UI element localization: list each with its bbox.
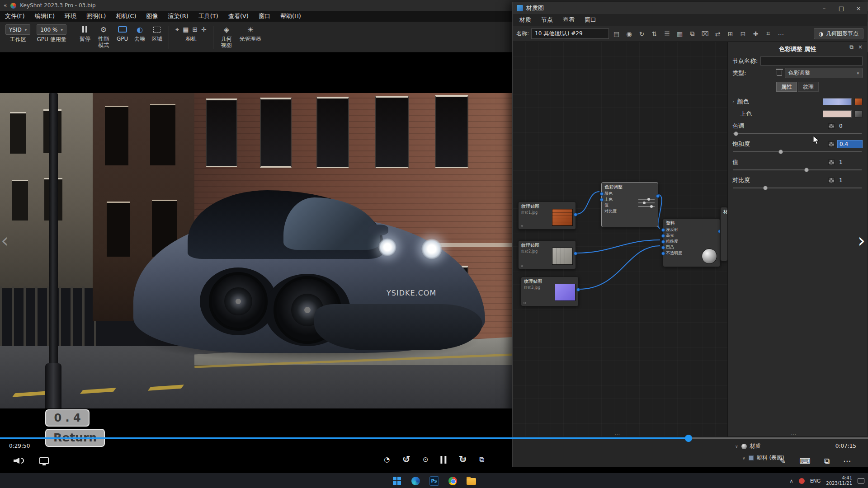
- swap-icon[interactable]: ⇄: [712, 28, 723, 39]
- screenshot-icon[interactable]: ⊙: [423, 455, 429, 464]
- start-button[interactable]: [392, 475, 402, 486]
- next-chevron-icon[interactable]: ›: [858, 231, 865, 250]
- plastic-material-node[interactable]: 塑料 漫反射 高光 粗糙度 凹凸 不透明度: [663, 218, 720, 267]
- input-port[interactable]: [661, 252, 665, 255]
- tab-texture[interactable]: 纹理: [798, 82, 819, 92]
- menu-tools[interactable]: 工具(T): [193, 11, 223, 22]
- hue-value[interactable]: 0: [837, 123, 863, 129]
- splitter-handle[interactable]: ⋯: [791, 432, 797, 438]
- input-port[interactable]: [600, 192, 604, 196]
- player-back-icon[interactable]: «: [4, 2, 7, 9]
- minimize-button[interactable]: –: [816, 2, 833, 14]
- display-mode-button[interactable]: [39, 457, 49, 464]
- material-preview-icon[interactable]: ◉: [624, 28, 634, 39]
- tree-item-material[interactable]: ∨ 材质: [735, 442, 761, 450]
- menu-environment[interactable]: 环境: [60, 11, 81, 22]
- hue-texture-toggle-icon[interactable]: [828, 123, 835, 129]
- denoise-button[interactable]: ◐ 去噪: [134, 24, 145, 42]
- language-indicator[interactable]: ENG: [810, 478, 821, 484]
- node-type-select[interactable]: 色彩调整 ▾: [785, 68, 863, 78]
- timeline-handle[interactable]: [685, 435, 692, 442]
- list-icon[interactable]: ☰: [662, 28, 672, 39]
- contrast-value[interactable]: 1: [837, 177, 863, 183]
- group-icon[interactable]: ⊞: [725, 28, 736, 39]
- value-texture-toggle-icon[interactable]: [828, 160, 835, 165]
- ungroup-icon[interactable]: ⊟: [738, 28, 748, 39]
- detach-panel-icon[interactable]: ⧉: [849, 44, 854, 50]
- material-root-node[interactable]: 材质: [720, 207, 728, 261]
- duplicate-icon[interactable]: ⧉: [687, 28, 698, 39]
- pip-window-icon[interactable]: ⧉: [824, 456, 830, 465]
- tint-swatch[interactable]: [823, 110, 852, 117]
- save-icon[interactable]: ▤: [611, 28, 622, 39]
- gpu-usage-selector[interactable]: 100 %▾ GPU 使用量: [37, 24, 66, 43]
- menu-camera[interactable]: 相机(C): [111, 11, 141, 22]
- tint-texture-slot[interactable]: [854, 110, 863, 117]
- sort-icon[interactable]: ⇅: [649, 28, 660, 39]
- video-timeline[interactable]: [0, 437, 868, 439]
- menu-lighting[interactable]: 照明(L): [81, 11, 111, 22]
- previous-chevron-icon[interactable]: ‹: [1, 231, 9, 250]
- contrast-texture-toggle-icon[interactable]: [828, 178, 835, 183]
- camera-target-icon[interactable]: ⌖: [175, 26, 179, 33]
- add-node-icon[interactable]: ✚: [750, 28, 761, 39]
- camera-grid-icon[interactable]: ▦: [183, 26, 189, 33]
- menu-file[interactable]: 文件(F): [0, 11, 30, 22]
- saturation-value-input[interactable]: 0.4: [837, 140, 863, 148]
- output-port[interactable]: [576, 288, 580, 291]
- gpu-mode-button[interactable]: GPU: [117, 24, 128, 42]
- tree-caret-icon[interactable]: ∨: [735, 444, 738, 449]
- output-port[interactable]: [656, 194, 660, 198]
- notification-icon[interactable]: [858, 478, 864, 483]
- tray-expand-icon[interactable]: ∧: [790, 478, 793, 484]
- geometry-nodes-button[interactable]: ◑ 几何图形节点: [814, 28, 863, 39]
- mg-menu-node[interactable]: 节点: [536, 16, 558, 24]
- delete-node-icon[interactable]: [777, 70, 782, 76]
- file-explorer-button[interactable]: [466, 475, 476, 486]
- saturation-slider[interactable]: [733, 149, 862, 155]
- volume-button[interactable]: [14, 458, 24, 464]
- camera-split-icon[interactable]: ⊞: [192, 26, 198, 33]
- grid-icon[interactable]: ▦: [675, 28, 685, 39]
- forward-30-button[interactable]: ↻ 30: [458, 455, 467, 465]
- color-texture-slot[interactable]: [854, 98, 863, 105]
- tree-caret-icon[interactable]: ∨: [742, 456, 745, 460]
- geometry-view-button[interactable]: ◈ 几何视图: [220, 24, 233, 49]
- tray-clock[interactable]: 4:41 2023/11/21: [826, 475, 852, 487]
- texture-map-node-1[interactable]: 纹理贴图 红砖1.jpg: [518, 202, 576, 230]
- input-port[interactable]: [600, 198, 604, 202]
- refresh-icon[interactable]: ↻: [637, 28, 647, 39]
- photoshop-button[interactable]: Ps: [429, 475, 439, 486]
- delete-icon[interactable]: ⌧: [700, 28, 710, 39]
- texture-map-node-2[interactable]: 纹理贴图 红砖2.jpg: [518, 240, 576, 269]
- chevron-right-icon[interactable]: ›: [732, 99, 734, 104]
- input-port[interactable]: [661, 228, 665, 232]
- value-slider[interactable]: [733, 167, 862, 173]
- texture-map-node-3[interactable]: 纹理贴图 红砖3.jpg: [521, 277, 579, 306]
- saturation-texture-toggle-icon[interactable]: [828, 141, 835, 147]
- node-graph-canvas[interactable]: 纹理贴图 红砖1.jpg 纹理贴图 红砖2.jpg 纹理贴图 红砖3.jpg: [513, 42, 728, 436]
- camera-move-icon[interactable]: ✛: [201, 26, 207, 33]
- value-value[interactable]: 1: [837, 159, 863, 165]
- pause-render-button[interactable]: 暂停: [80, 24, 90, 42]
- maximize-button[interactable]: □: [833, 2, 850, 14]
- output-port[interactable]: [574, 213, 577, 216]
- tree-item-plastic-surface[interactable]: ∨ 塑料 (表面): [742, 454, 784, 462]
- recording-app-tray-icon[interactable]: [799, 478, 805, 484]
- performance-mode-button[interactable]: ⚙ 性能模式: [97, 24, 110, 49]
- more-options-icon[interactable]: ⋯: [843, 456, 851, 465]
- snap-icon[interactable]: ⌗: [763, 28, 774, 39]
- keyboard-icon[interactable]: ⌨: [799, 456, 811, 465]
- menu-render[interactable]: 渲染(R): [163, 11, 193, 22]
- contrast-slider[interactable]: [733, 185, 862, 191]
- chrome-button[interactable]: [447, 475, 458, 486]
- edge-browser-button[interactable]: [410, 475, 421, 486]
- input-port[interactable]: [661, 240, 665, 244]
- close-panel-icon[interactable]: ×: [858, 44, 863, 50]
- rewind-10-button[interactable]: ↺ 10: [402, 455, 410, 465]
- menu-edit[interactable]: 编辑(E): [30, 11, 60, 22]
- splitter-handle[interactable]: ⋯: [614, 432, 621, 438]
- more-icon[interactable]: ⋯: [776, 28, 786, 39]
- node-name-input[interactable]: [760, 56, 863, 66]
- input-port[interactable]: [661, 246, 665, 249]
